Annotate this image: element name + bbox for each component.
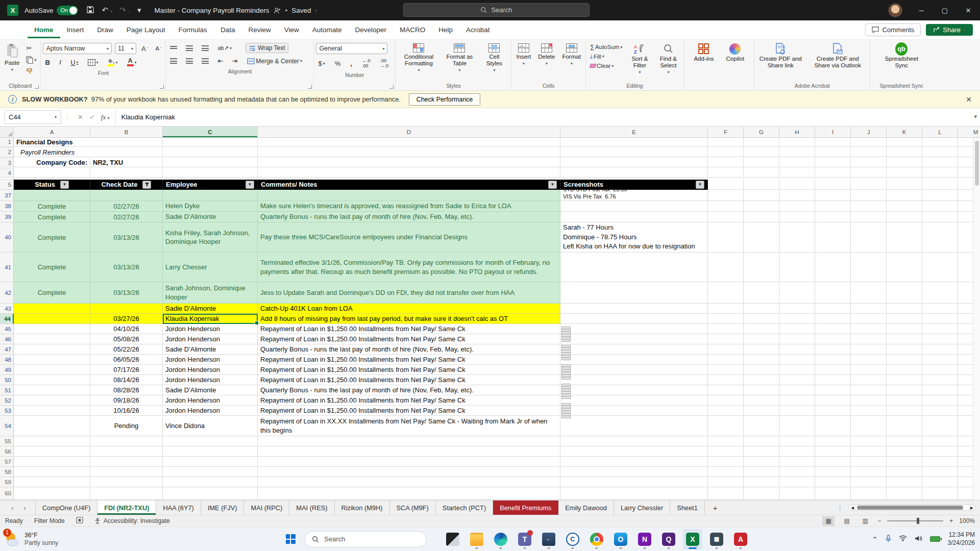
cell[interactable] <box>163 158 258 167</box>
cell-E49-screenshots[interactable] <box>560 365 708 375</box>
cell[interactable] <box>744 304 779 314</box>
cell[interactable] <box>922 416 958 436</box>
cell[interactable] <box>560 138 708 147</box>
volume-icon[interactable] <box>915 535 922 543</box>
row-header-50[interactable]: 50 <box>0 375 14 385</box>
create-pdf-outlook-button[interactable]: Create PDF and Share via Outlook <box>807 42 868 70</box>
cell[interactable] <box>90 169 163 178</box>
cell-B37-check-date[interactable] <box>90 190 163 201</box>
cell[interactable] <box>779 222 815 253</box>
acrobat-icon[interactable]: A <box>731 529 750 549</box>
cell-D55-notes[interactable] <box>258 436 560 446</box>
cell[interactable] <box>744 314 779 324</box>
tab-data[interactable]: Data <box>214 21 242 38</box>
cell[interactable] <box>851 282 887 304</box>
cell-D37-notes[interactable] <box>258 190 560 201</box>
cell-B60-check-date[interactable] <box>90 487 163 500</box>
cell-B48-check-date[interactable]: 06/05/26 <box>90 355 163 365</box>
screenshot-thumbnail-47-48[interactable] <box>561 345 571 360</box>
cell[interactable] <box>887 436 922 446</box>
sheet-tab-benefit-premiums[interactable]: Benefit Premiums <box>493 500 558 515</box>
cell[interactable] <box>744 334 779 344</box>
cell[interactable] <box>779 344 815 355</box>
check-performance-button[interactable]: Check Performance <box>409 93 480 106</box>
delete-cells-button[interactable]: ✕ Delete▾ <box>535 42 557 67</box>
cell-D56-notes[interactable] <box>258 446 560 457</box>
sheet-nav-prev-icon[interactable]: ‹ <box>11 504 13 512</box>
cell[interactable] <box>779 212 815 222</box>
cell-B59-check-date[interactable] <box>90 477 163 487</box>
undo-icon[interactable]: ↶ ▾ <box>102 6 112 15</box>
cell[interactable] <box>922 334 958 344</box>
cell[interactable] <box>708 201 744 212</box>
screenshot-thumbnail-53[interactable] <box>561 403 571 418</box>
cell[interactable] <box>851 138 887 147</box>
cell[interactable] <box>851 304 887 314</box>
zoom-slider-thumb[interactable] <box>917 518 919 524</box>
cell[interactable] <box>744 138 779 147</box>
row-header-53[interactable]: 53 <box>0 406 14 416</box>
cell[interactable] <box>708 334 744 344</box>
teams-icon[interactable]: T <box>515 529 534 549</box>
cell[interactable] <box>744 282 779 304</box>
cell-E38-screenshots[interactable] <box>560 201 708 212</box>
cell-D45-notes[interactable]: Repayment of Loan in $1,250.00 Installme… <box>258 324 560 334</box>
cell[interactable] <box>851 314 887 324</box>
merge-center-button[interactable]: Merge & Center ▾ <box>245 57 304 66</box>
cell[interactable] <box>887 324 922 334</box>
cell[interactable] <box>887 457 922 467</box>
cell-E57-screenshots[interactable] <box>560 457 708 467</box>
cell-A40-status[interactable]: Complete <box>14 222 90 253</box>
cell-B41-check-date[interactable]: 03/13/26 <box>90 253 163 282</box>
page-break-view-button[interactable]: ▥ <box>859 516 871 526</box>
cell-C46-employee[interactable]: Jordon Henderson <box>163 334 258 344</box>
cell[interactable] <box>887 190 922 201</box>
cell[interactable] <box>887 487 922 500</box>
cell-E46-screenshots[interactable] <box>560 334 708 344</box>
increase-indent-button[interactable]: ⇥ <box>230 56 239 66</box>
column-header-A[interactable]: A <box>14 127 90 137</box>
cell[interactable] <box>922 487 958 500</box>
fill-color-button[interactable]: ▾ <box>106 57 120 67</box>
cell-B46-check-date[interactable]: 05/08/26 <box>90 334 163 344</box>
cell[interactable] <box>887 314 922 324</box>
zoom-slider[interactable] <box>887 520 943 521</box>
cell-E42-screenshots[interactable] <box>560 282 708 304</box>
tab-macro[interactable]: MACRO <box>393 21 432 38</box>
copilot-button[interactable]: Copilot <box>723 42 747 64</box>
cell[interactable] <box>708 477 744 487</box>
cell[interactable] <box>779 416 815 436</box>
cell[interactable] <box>163 148 258 157</box>
cancel-entry-icon[interactable]: ✕ <box>78 113 83 121</box>
cell[interactable] <box>779 282 815 304</box>
cell-E60-screenshots[interactable] <box>560 487 708 500</box>
align-top-button[interactable] <box>168 45 179 51</box>
cell-A53-status[interactable] <box>14 406 90 416</box>
cell[interactable] <box>815 169 851 178</box>
name-box[interactable]: C44 ▾ <box>4 110 61 124</box>
cell-A51-status[interactable] <box>14 385 90 395</box>
cell-B50-check-date[interactable]: 08/14/26 <box>90 375 163 385</box>
cell[interactable] <box>708 487 744 500</box>
cell[interactable] <box>851 212 887 222</box>
cell-E39-screenshots[interactable] <box>560 212 708 222</box>
cell[interactable] <box>744 477 779 487</box>
cell[interactable] <box>851 158 887 167</box>
cell-A42-status[interactable]: Complete <box>14 282 90 304</box>
filter-dropdown-icon[interactable]: ▼ <box>696 181 704 189</box>
row-header-48[interactable]: 48 <box>0 355 14 365</box>
minimize-button[interactable]: ─ <box>910 0 933 20</box>
cell[interactable] <box>744 253 779 282</box>
cell[interactable] <box>779 324 815 334</box>
cell[interactable] <box>922 395 958 406</box>
user-avatar[interactable] <box>888 3 902 17</box>
cell-C45-employee[interactable]: Jordon Henderson <box>163 324 258 334</box>
cell-C48-employee[interactable]: Jordon Henderson <box>163 355 258 365</box>
filter-dropdown-icon[interactable]: ▼ <box>60 181 69 189</box>
cell[interactable] <box>779 385 815 395</box>
cell[interactable] <box>560 169 708 178</box>
cell-E59-screenshots[interactable] <box>560 477 708 487</box>
cell[interactable] <box>922 375 958 385</box>
cell[interactable] <box>851 222 887 253</box>
cell[interactable] <box>744 436 779 446</box>
